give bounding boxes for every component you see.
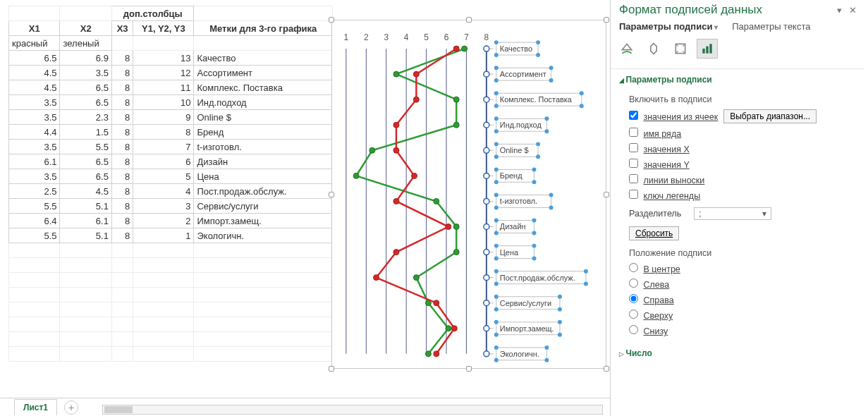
svg-point-129: [484, 275, 489, 281]
merged-header: доп.столбцы: [111, 6, 194, 21]
svg-text:Сервис/услуги: Сервис/услуги: [500, 299, 551, 307]
svg-point-58: [580, 104, 584, 108]
svg-point-121: [484, 71, 489, 77]
svg-point-16: [462, 46, 467, 51]
svg-text:4: 4: [404, 32, 409, 42]
cb-legend-key[interactable]: [629, 190, 638, 199]
svg-text:Бренд: Бренд: [500, 171, 522, 180]
tab-label-options[interactable]: Параметры подписи: [619, 21, 718, 32]
col-y: Y1, Y2, Y3: [133, 21, 194, 36]
radio-center[interactable]: [629, 263, 638, 272]
cb-values-from-cells[interactable]: [629, 111, 638, 120]
fill-line-icon[interactable]: [616, 39, 637, 59]
tab-text-options[interactable]: Параметры текста: [732, 21, 810, 32]
cb-x-values[interactable]: [629, 143, 638, 152]
chart-plot[interactable]: 12345678КачествоАссортиментКомплекс. Пос…: [332, 20, 606, 368]
svg-point-56: [580, 91, 584, 95]
table-row[interactable]: 4.56.5811Комплекс. Поставка: [9, 80, 333, 95]
svg-point-82: [549, 205, 554, 209]
svg-point-98: [584, 269, 588, 274]
section-label-options[interactable]: Параметры подписи: [619, 75, 855, 85]
radio-right[interactable]: [629, 294, 638, 303]
svg-point-43: [494, 40, 499, 44]
pane-close-icon[interactable]: ✕: [849, 5, 857, 16]
svg-point-22: [434, 198, 439, 204]
horizontal-scrollbar[interactable]: [102, 405, 603, 415]
cb-y-values[interactable]: [629, 159, 638, 168]
svg-point-106: [558, 307, 562, 312]
svg-point-23: [453, 224, 459, 230]
format-pane: Формат подписей данных ▾ ✕ Параметры под…: [610, 0, 864, 416]
table-row[interactable]: 3.52.389Online $: [9, 110, 333, 125]
svg-point-28: [425, 351, 431, 357]
svg-rect-137: [709, 44, 711, 53]
pane-icon-tabs: [611, 36, 864, 69]
svg-point-103: [494, 295, 499, 299]
svg-point-91: [494, 244, 499, 248]
svg-point-46: [536, 53, 540, 57]
svg-text:Online $: Online $: [500, 146, 529, 154]
pane-dropdown-icon[interactable]: ▾: [837, 5, 842, 16]
table-row[interactable]: 5.55.181Экологичн.: [9, 228, 333, 243]
pane-title: Формат подписей данных: [619, 3, 762, 17]
btn-reset[interactable]: Сбросить: [629, 226, 679, 240]
label-options-icon[interactable]: [697, 39, 718, 59]
section-number[interactable]: Число: [619, 348, 855, 358]
svg-point-126: [484, 198, 489, 204]
svg-point-125: [484, 173, 489, 178]
svg-text:8: 8: [484, 32, 489, 42]
table-row[interactable]: 3.56.5810Инд.подход: [9, 95, 333, 110]
chart-object[interactable]: 12345678КачествоАссортиментКомплекс. Пос…: [331, 20, 606, 369]
sheet-tab[interactable]: Лист1: [14, 399, 57, 415]
table-row[interactable]: 6.16.586Дизайн: [9, 154, 333, 169]
svg-point-74: [532, 167, 537, 171]
btn-select-range[interactable]: Выбрать диапазон...: [723, 109, 817, 123]
cb-series-name[interactable]: [629, 128, 638, 137]
svg-point-76: [532, 180, 537, 184]
radio-top[interactable]: [629, 310, 638, 319]
svg-point-124: [484, 147, 489, 153]
svg-point-44: [536, 40, 540, 44]
separator-select[interactable]: ;: [694, 207, 771, 220]
svg-point-37: [393, 250, 399, 255]
radio-bottom[interactable]: [629, 325, 638, 334]
svg-point-52: [549, 78, 554, 82]
table-row[interactable]: 3.56.585Цена: [9, 169, 333, 184]
table-row[interactable]: 4.53.5812Ассортимент: [9, 66, 333, 80]
svg-point-104: [558, 295, 562, 299]
sheet-tab-bar: Лист1 +: [0, 398, 610, 416]
svg-point-81: [494, 205, 499, 209]
add-sheet-button[interactable]: +: [64, 400, 78, 415]
table-row[interactable]: 6.46.182Импорт.замещ.: [9, 214, 333, 228]
table-row[interactable]: 5.55.183Сервис/услуги: [9, 199, 333, 214]
radio-left[interactable]: [629, 279, 638, 288]
table-row[interactable]: 2.54.584Пост.продаж.обслуж.: [9, 184, 333, 199]
svg-text:2: 2: [364, 32, 369, 42]
effects-icon[interactable]: [643, 39, 664, 59]
svg-point-99: [494, 282, 499, 286]
table-row[interactable]: 6.56.9813Качество: [9, 51, 333, 66]
svg-text:Качество: Качество: [500, 44, 532, 53]
svg-point-131: [484, 326, 489, 331]
svg-point-120: [484, 46, 489, 51]
sub-red[interactable]: красный: [9, 36, 60, 51]
svg-point-69: [494, 154, 499, 159]
svg-text:Инд.подход: Инд.подход: [500, 121, 542, 129]
svg-text:Дизайн: Дизайн: [500, 222, 526, 231]
separator-label: Разделитель: [629, 209, 681, 219]
svg-text:Импорт.замещ.: Импорт.замещ.: [500, 324, 554, 333]
svg-text:5: 5: [424, 32, 429, 42]
size-icon[interactable]: [670, 39, 691, 59]
cb-leader-lines[interactable]: [629, 174, 638, 183]
table-row[interactable]: 3.55.587t-изготовл.: [9, 140, 333, 154]
svg-point-73: [494, 167, 499, 171]
svg-point-25: [413, 275, 419, 281]
svg-point-68: [536, 142, 540, 146]
svg-point-117: [494, 358, 499, 362]
svg-point-45: [494, 53, 499, 57]
svg-point-94: [532, 257, 537, 261]
data-table[interactable]: доп.столбцы X1 X2 X3 Y1, Y2, Y3 Метки дл…: [8, 6, 333, 362]
sub-green[interactable]: зеленый: [60, 36, 111, 51]
svg-rect-135: [702, 49, 704, 54]
table-row[interactable]: 4.41.588Бренд: [9, 125, 333, 140]
